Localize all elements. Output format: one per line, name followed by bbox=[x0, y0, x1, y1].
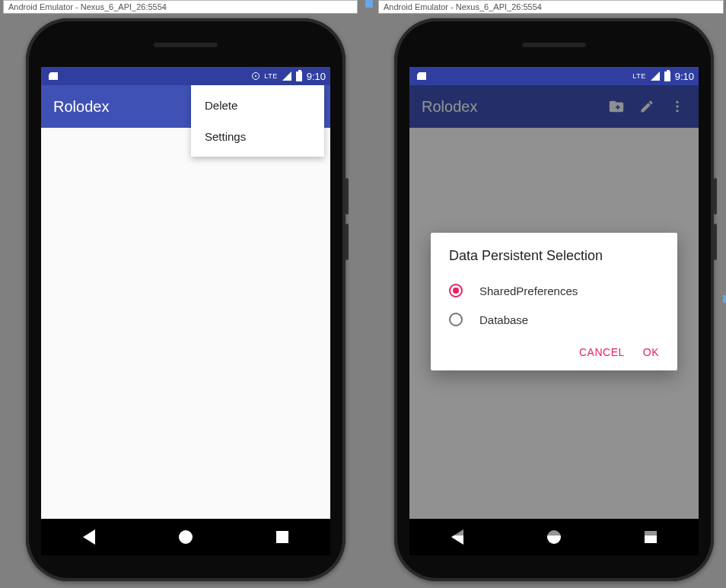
menu-item-delete[interactable]: Delete bbox=[191, 90, 324, 121]
radio-label: Database bbox=[479, 313, 528, 326]
nav-home-button[interactable] bbox=[177, 529, 194, 545]
device-frame-left: LTE 9:10 Rolodex Delete Settings bbox=[26, 18, 345, 581]
signal-icon bbox=[651, 72, 660, 81]
dialog-data-persistence: Data Persistent Selection SharedPreferen… bbox=[431, 233, 677, 370]
sd-card-icon bbox=[417, 72, 426, 80]
clock-label: 9:10 bbox=[675, 71, 694, 82]
radio-icon bbox=[449, 284, 463, 297]
resize-handle[interactable] bbox=[365, 0, 373, 8]
radio-icon bbox=[449, 313, 463, 326]
power-button[interactable] bbox=[714, 178, 717, 215]
battery-charging-icon bbox=[296, 72, 302, 81]
menu-item-settings[interactable]: Settings bbox=[191, 121, 324, 152]
radio-option-database[interactable]: Database bbox=[449, 305, 659, 334]
screen-left: LTE 9:10 Rolodex Delete Settings bbox=[41, 67, 330, 536]
status-bar: LTE 9:10 bbox=[41, 67, 330, 85]
device-frame-right: LTE 9:10 Rolodex Data Persistent Selecti… bbox=[394, 18, 714, 581]
earpiece bbox=[522, 43, 586, 47]
navigation-bar bbox=[41, 519, 330, 555]
volume-button[interactable] bbox=[714, 224, 717, 260]
location-pin-icon bbox=[252, 72, 260, 80]
sd-card-icon bbox=[49, 72, 58, 80]
earpiece bbox=[154, 43, 218, 47]
content-area bbox=[41, 128, 330, 536]
screen-right: LTE 9:10 Rolodex Data Persistent Selecti… bbox=[409, 67, 699, 536]
cancel-button[interactable]: CANCEL bbox=[579, 346, 625, 358]
network-lte-label: LTE bbox=[264, 72, 277, 80]
status-bar: LTE 9:10 bbox=[409, 67, 699, 85]
radio-label: SharedPreferences bbox=[479, 284, 578, 297]
power-button[interactable] bbox=[345, 178, 349, 215]
radio-option-sharedpreferences[interactable]: SharedPreferences bbox=[449, 276, 659, 305]
overflow-menu: Delete Settings bbox=[191, 85, 324, 157]
dialog-title: Data Persistent Selection bbox=[449, 248, 659, 264]
resize-handle[interactable] bbox=[723, 295, 726, 303]
volume-button[interactable] bbox=[345, 224, 349, 260]
clock-label: 9:10 bbox=[307, 71, 326, 82]
emulator-titlebar-left: Android Emulator - Nexus_6_API_26:5554 bbox=[3, 0, 358, 14]
nav-back-button[interactable] bbox=[81, 529, 97, 545]
ok-button[interactable]: OK bbox=[643, 346, 659, 358]
nav-recents-button[interactable] bbox=[274, 529, 291, 545]
network-lte-label: LTE bbox=[632, 72, 645, 80]
battery-charging-icon bbox=[664, 72, 670, 81]
emulator-titlebar-right: Android Emulator - Nexus_6_API_26:5554 bbox=[378, 0, 724, 14]
dialog-actions: CANCEL OK bbox=[449, 334, 659, 364]
signal-icon bbox=[282, 72, 291, 81]
